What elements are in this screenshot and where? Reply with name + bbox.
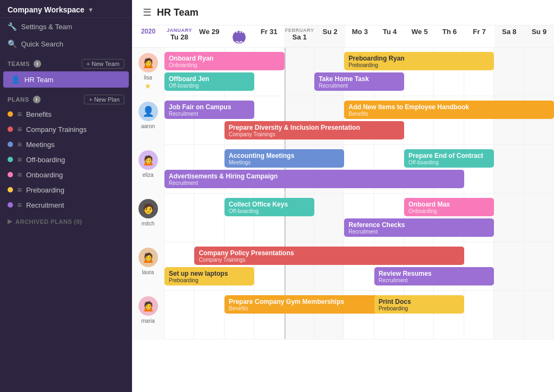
task-title-take-home-task: Take Home Task [319, 75, 400, 83]
person-name-mitch: mitch [142, 221, 155, 227]
person-cell-lisa: 🙍lisa★ [132, 48, 164, 96]
day-cell-maria-su9 [524, 291, 554, 339]
teams-section-header: TEAMS i + New Team [0, 52, 132, 71]
cal-header-fr31: Fr 31 [254, 25, 284, 48]
task-title-set-up-laptops: Set up new laptops [169, 270, 250, 277]
hamburger-icon[interactable]: ☰ [143, 6, 151, 18]
sidebar-item-hr-team[interactable]: 👤 HR Team [3, 71, 129, 88]
avatar-maria[interactable]: 🙍 [138, 296, 158, 316]
sidebar-item-offboarding[interactable]: ≡ Off-boarding [0, 152, 132, 167]
task-prepare-end[interactable]: Prepare End of Contract Off-boarding [404, 149, 494, 168]
task-title-accounting-meetings: Accounting Meetings [229, 152, 340, 160]
task-offboard-jen[interactable]: Offboard Jen Off-boarding [164, 72, 254, 91]
task-title-advertisements: Advertisements & Hiring Campaign [169, 172, 460, 180]
plan-lines-icon: ≡ [17, 201, 22, 209]
calendar-area: 2020JANUARYTu 28We 29Th 30Fr 31FEBRUARYS… [132, 25, 554, 392]
task-reference-checks[interactable]: Reference Checks Recruitment [344, 218, 494, 237]
sidebar-item-preboarding[interactable]: ≡ Preboarding [0, 182, 132, 197]
task-plan-prepare-end: Off-boarding [408, 160, 490, 165]
task-plan-collect-keys: Off-boarding [229, 208, 310, 214]
new-plan-button[interactable]: + New Plan [84, 95, 124, 104]
task-title-prepare-end: Prepare End of Contract [408, 152, 490, 160]
task-plan-accounting-meetings: Meetings [229, 160, 340, 165]
task-onboard-max[interactable]: Onboard Max Onboarding [404, 198, 494, 216]
avatar-eliza[interactable]: 🙍 [138, 150, 158, 170]
day-cell-mitch-su9 [524, 194, 554, 242]
avatar-mitch[interactable]: 🧑 [138, 199, 158, 218]
cal-header-tu28: JANUARYTu 28 [164, 25, 194, 48]
plan-lines-icon: ≡ [17, 140, 22, 149]
plan-lines-icon: ≡ [17, 155, 22, 164]
workspace-header: Company Workspace ▼ [0, 0, 132, 18]
avatar-lisa[interactable]: 🙍 [138, 53, 158, 72]
task-preboarding-ryan[interactable]: Preboarding Ryan Preboarding [344, 52, 494, 70]
day-cell-lisa-sa1 [285, 48, 314, 96]
task-title-prepare-diversity: Prepare Diversity & Inclusion Presentati… [229, 124, 400, 131]
day-cell-maria-tu28 [164, 291, 194, 339]
day-cell-mitch-tu28 [164, 194, 194, 242]
archived-plans-section[interactable]: ▶ ARCHIVED PLANS (0) [0, 212, 132, 230]
plan-lines-icon: ≡ [17, 125, 22, 134]
task-plan-offboard-jen: Off-boarding [169, 83, 250, 89]
plans-section-title: PLANS i [8, 96, 41, 103]
task-plan-review-resumes: Recruitment [379, 277, 490, 283]
days-row-aaron: Job Fair on Campus Recruitment Add New I… [164, 96, 554, 145]
task-add-new-items[interactable]: Add New Items to Employee Handbook Benef… [344, 101, 554, 119]
task-review-resumes[interactable]: Review Resumes Recruitment [374, 267, 494, 285]
page-title: HR Team [157, 7, 199, 18]
days-row-laura: Company Policy Presentations Company Tra… [164, 242, 554, 291]
task-take-home-task[interactable]: Take Home Task Recruitment [314, 72, 404, 91]
sidebar-item-company-trainings[interactable]: ≡ Company Trainings [0, 122, 132, 137]
task-print-docs[interactable]: Print Docs Preboarding [374, 295, 464, 314]
day-cell-maria-fr7 [464, 291, 494, 339]
task-collect-keys[interactable]: Collect Office Keys Off-boarding [225, 198, 314, 216]
days-row-lisa: Onboard Ryan Onboarding Preboarding Ryan… [164, 48, 554, 96]
task-title-offboard-jen: Offboard Jen [169, 75, 250, 83]
task-advertisements[interactable]: Advertisements & Hiring Campaign Recruit… [164, 170, 464, 188]
new-team-button[interactable]: + New Team [82, 59, 124, 69]
task-accounting-meetings[interactable]: Accounting Meetings Meetings [225, 149, 345, 168]
workspace-name[interactable]: Company Workspace ▼ [8, 5, 124, 14]
task-job-fair[interactable]: Job Fair on Campus Recruitment [164, 101, 254, 119]
task-company-policy[interactable]: Company Policy Presentations Company Tra… [194, 247, 464, 265]
chevron-down-icon: ▼ [88, 6, 94, 13]
person-cell-maria: 🙍maria [132, 291, 164, 340]
day-cell-maria-we29 [194, 291, 224, 339]
day-cell-lisa-sa8 [494, 48, 524, 96]
plans-list: ≡ Benefits ≡ Company Trainings ≡ Meeting… [0, 107, 132, 212]
avatar-laura[interactable]: 🙍 [138, 248, 158, 267]
search-nav-item[interactable]: 🔍 Quick Search [0, 35, 132, 52]
person-cell-eliza: 🙍eliza [132, 145, 164, 194]
avatar-aaron[interactable]: 👤 [138, 102, 158, 121]
day-cell-eliza-su9 [524, 145, 554, 193]
plans-info-badge: i [33, 96, 41, 103]
task-onboard-ryan[interactable]: Onboard Ryan Onboarding [164, 52, 285, 70]
person-name-eliza: eliza [142, 172, 154, 178]
settings-nav-item[interactable]: 🔧 Settings & Team [0, 18, 132, 35]
task-title-company-policy: Company Policy Presentations [199, 249, 459, 257]
person-name-aaron: aaron [141, 123, 155, 129]
task-plan-add-new-items: Benefits [348, 111, 550, 117]
person-name-lisa: lisa [144, 75, 152, 81]
cal-header-we5: We 5 [405, 25, 434, 48]
sidebar-item-recruitment[interactable]: ≡ Recruitment [0, 197, 132, 212]
main-content: ☰ HR Team 2020JANUARYTu 28We 29Th 30Fr 3… [132, 0, 554, 392]
task-set-up-laptops[interactable]: Set up new laptops Preboarding [164, 267, 254, 285]
task-plan-prepare-diversity: Company Trainings [229, 131, 400, 137]
days-row-mitch: Collect Office Keys Off-boarding Onboard… [164, 194, 554, 242]
person-name-laura: laura [142, 269, 154, 275]
day-cell-maria-sa8 [494, 291, 524, 339]
task-plan-print-docs: Preboarding [379, 305, 460, 311]
sidebar-item-onboarding[interactable]: ≡ Onboarding [0, 167, 132, 182]
sidebar-item-meetings[interactable]: ≡ Meetings [0, 137, 132, 152]
cal-header-th30: Th 30 [224, 25, 254, 48]
plan-lines-icon: ≡ [17, 110, 22, 118]
task-prepare-diversity[interactable]: Prepare Diversity & Inclusion Presentati… [225, 121, 404, 139]
sidebar: Company Workspace ▼ 🔧 Settings & Team 🔍 … [0, 0, 132, 392]
task-plan-job-fair: Recruitment [169, 111, 250, 117]
star-icon: ★ [144, 82, 151, 90]
day-cell-eliza-sa8 [494, 145, 524, 193]
sidebar-item-benefits[interactable]: ≡ Benefits [0, 107, 132, 122]
task-plan-onboard-max: Onboarding [408, 208, 490, 214]
task-title-onboard-max: Onboard Max [408, 201, 490, 208]
